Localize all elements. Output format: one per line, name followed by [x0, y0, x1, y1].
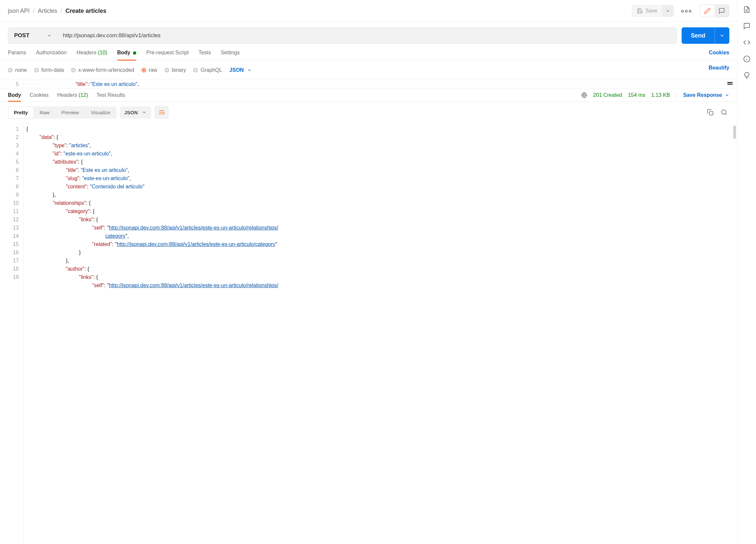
chevron-down-icon [665, 9, 670, 13]
save-response-button[interactable]: Save Response [683, 92, 729, 98]
globe-icon[interactable] [581, 92, 587, 98]
svg-line-6 [725, 114, 727, 115]
code-line: "relationships": { [26, 199, 278, 207]
resp-tab-cookies[interactable]: Cookies [30, 92, 49, 101]
method-select[interactable]: POST [8, 27, 58, 44]
view-visualize[interactable]: Visualize [85, 106, 117, 118]
line-number: 10 [0, 199, 19, 207]
resp-tab-body[interactable]: Body [8, 92, 21, 101]
resp-headers-count: (12) [79, 92, 88, 98]
code-line: "related": "http://jsonapi.dev.com:88/ap… [26, 240, 278, 248]
body-format-select[interactable]: JSON [229, 67, 252, 73]
edit-mode-button[interactable] [700, 5, 715, 17]
code-line: "id": "este-es-un-articulo", [26, 149, 278, 158]
fold-toggle-icon[interactable] [727, 82, 733, 83]
breadcrumb-sep: / [33, 8, 35, 14]
tab-body[interactable]: Body [117, 50, 136, 60]
save-label: Save [645, 8, 657, 14]
more-actions-button[interactable]: ooo [678, 6, 696, 16]
scrollbar-thumb[interactable] [733, 125, 736, 139]
view-pretty[interactable]: Pretty [8, 106, 34, 118]
wrap-lines-button[interactable] [154, 106, 169, 119]
url-input[interactable] [58, 27, 677, 44]
right-sidebar [738, 0, 756, 544]
url-link[interactable]: category [105, 233, 125, 239]
code-line: "category": { [26, 207, 278, 215]
code-line: "self": "http://jsonapi.dev.com:88/api/v… [26, 281, 278, 290]
comments-icon[interactable] [743, 22, 750, 30]
breadcrumb-root[interactable]: json API [8, 8, 30, 14]
tab-prerequest[interactable]: Pre-request Script [146, 50, 189, 60]
url-link[interactable]: http://jsonapi.dev.com:88/api/v1/article… [117, 241, 275, 247]
copy-button[interactable] [705, 107, 716, 117]
line-number: 8 [0, 182, 19, 191]
copy-icon [707, 109, 714, 116]
body-type-graphql[interactable]: GraphQL [193, 67, 222, 73]
line-number: 19 [0, 273, 19, 281]
line-number: 15 [0, 240, 19, 248]
code-line: }, [26, 256, 278, 265]
view-preview[interactable]: Preview [56, 106, 85, 118]
line-number: 18 [0, 265, 19, 273]
pencil-icon [704, 8, 711, 14]
body-type-none[interactable]: none [8, 67, 27, 73]
body-type-binary[interactable]: binary [165, 67, 186, 73]
tab-params[interactable]: Params [8, 50, 26, 60]
code-line: "links": { [26, 273, 278, 281]
code-line: "type": "articles", [26, 141, 278, 149]
breadcrumb-collection[interactable]: Articles [38, 8, 57, 14]
send-dropdown[interactable] [715, 27, 729, 44]
line-number: 13 [0, 223, 19, 232]
cookies-link[interactable]: Cookies [709, 50, 729, 60]
search-button[interactable] [719, 107, 729, 117]
breadcrumb: json API / Articles / Create articles [8, 8, 106, 14]
code-line: "attributes": { [26, 158, 278, 166]
tab-tests[interactable]: Tests [198, 50, 211, 60]
info-icon[interactable] [743, 55, 750, 63]
resp-tab-headers[interactable]: Headers (12) [57, 92, 88, 101]
body-type-urlencoded[interactable]: x-www-form-urlencoded [71, 67, 134, 73]
beautify-button[interactable]: Beautify [709, 65, 729, 75]
chevron-down-icon [47, 33, 52, 38]
response-tabs: Body Cookies Headers (12) Test Results 2… [0, 89, 737, 102]
line-number: 12 [0, 215, 19, 223]
line-number: 1 [0, 125, 19, 133]
comment-mode-button[interactable] [715, 5, 729, 17]
save-dropdown[interactable] [662, 5, 674, 17]
tab-settings[interactable]: Settings [221, 50, 240, 60]
documentation-icon[interactable] [743, 6, 750, 13]
line-number: 9 [0, 191, 19, 199]
resp-tab-testresults[interactable]: Test Results [96, 92, 125, 101]
line-number: 11 [0, 207, 19, 215]
request-body-editor[interactable]: 5 ············"title":·"Este es un artic… [0, 80, 737, 89]
svg-point-5 [722, 110, 726, 114]
view-raw[interactable]: Raw [34, 106, 56, 118]
tab-authorization[interactable]: Authorization [36, 50, 66, 60]
chevron-down-icon [725, 93, 729, 97]
response-format-select[interactable]: JSON [120, 106, 151, 118]
topbar: json API / Articles / Create articles Sa… [0, 0, 737, 22]
response-body-editor[interactable]: 12345678910111213141516171819 {"data": {… [0, 123, 737, 544]
code-line: "data": { [26, 133, 278, 141]
code-line: } [26, 248, 278, 256]
url-link[interactable]: http://jsonapi.dev.com:88/api/v1/article… [109, 283, 278, 288]
code-line: "links": { [26, 215, 278, 223]
tab-headers[interactable]: Headers (10) [77, 50, 107, 60]
body-type-raw[interactable]: raw [142, 67, 157, 73]
comment-icon [718, 8, 725, 14]
svg-rect-4 [710, 112, 713, 115]
chevron-down-icon [719, 33, 725, 38]
search-icon [721, 109, 727, 116]
send-button[interactable]: Send [682, 27, 715, 44]
line-number: 16 [0, 248, 19, 256]
bulb-icon[interactable] [743, 72, 750, 79]
wrap-icon [158, 109, 165, 116]
breadcrumb-current: Create articles [65, 8, 106, 14]
url-link[interactable]: http://jsonapi.dev.com:88/api/v1/article… [109, 225, 278, 230]
code-icon[interactable] [743, 39, 750, 46]
chevron-down-icon [142, 110, 146, 115]
response-size: 1.13 KB [651, 92, 670, 98]
body-type-formdata[interactable]: form-data [34, 67, 64, 73]
code-line: "self": "http://jsonapi.dev.com:88/api/v… [26, 223, 278, 232]
save-button[interactable]: Save [632, 5, 662, 17]
